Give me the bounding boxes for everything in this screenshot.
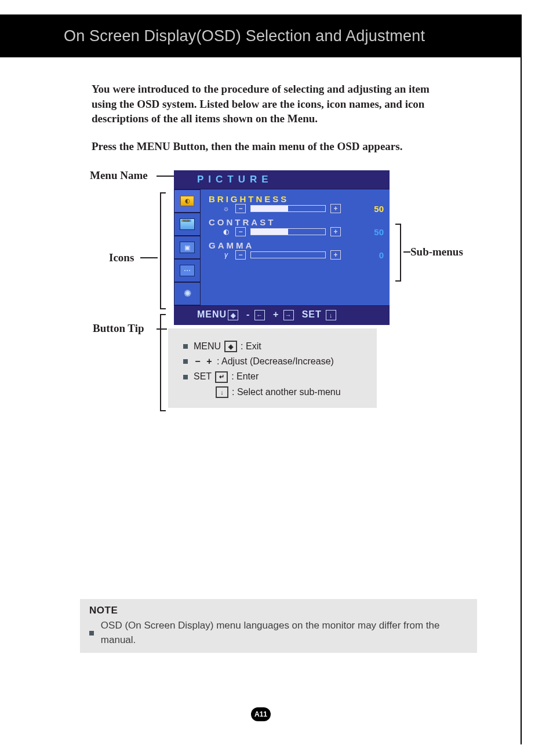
- note-box: NOTE OSD (On Screen Display) menu langua…: [80, 599, 477, 653]
- callout-icons: Icons: [109, 251, 134, 264]
- osd-icon-screen[interactable]: [174, 236, 201, 259]
- tip-adjust-desc: : Adjust (Decrease/Increase): [217, 354, 334, 369]
- minus-icon: −: [235, 204, 246, 213]
- bullet-icon: [183, 375, 188, 379]
- monitor-icon: [180, 242, 195, 253]
- callout-button-tip: Button Tip: [93, 322, 144, 335]
- callout-menu-name: Menu Name: [90, 169, 148, 182]
- nav-diamond-icon: ◈: [228, 310, 238, 320]
- sun-icon: [180, 196, 194, 206]
- plus-icon: +: [205, 354, 213, 369]
- button-tip-box: MENU ◈ : Exit − + : Adjust (Decrease/Inc…: [168, 328, 377, 408]
- gamma-icon: γ: [221, 251, 231, 259]
- page-footer: A11: [0, 707, 522, 721]
- leader-line: [157, 176, 174, 177]
- osd-button-bar: MENU◈ - ← + → SET ↓: [174, 306, 390, 326]
- intro-p2: Press the MENU Button, then the main men…: [92, 139, 451, 154]
- submenu-gamma[interactable]: GAMMA γ − + 0: [209, 240, 384, 260]
- brightness-icon: ☼: [221, 204, 231, 213]
- tip-menu-desc: : Exit: [241, 339, 261, 354]
- submenu-label: BRIGHTNESS: [209, 194, 384, 204]
- osd-icon-picture[interactable]: [174, 189, 201, 213]
- intro-p1: You were introduced to the procedure of …: [92, 82, 451, 126]
- osd-icon-column: [174, 189, 201, 305]
- rgb-icon: [180, 218, 195, 230]
- intro-block: You were introduced to the procedure of …: [92, 82, 451, 154]
- tip-row: SET ↵ : Enter: [183, 369, 369, 384]
- gear-icon: [181, 287, 194, 300]
- plus-icon: +: [330, 227, 341, 236]
- footer-set-label: SET ↓: [302, 309, 337, 320]
- minus-icon: −: [235, 250, 246, 260]
- submenu-contrast[interactable]: CONTRAST ◐ − + 50: [209, 217, 384, 237]
- submenu-label: GAMMA: [209, 240, 384, 250]
- nav-diamond-icon: ◈: [224, 341, 237, 352]
- bracket-buttontip: [160, 314, 166, 411]
- minus-icon: −: [194, 354, 202, 369]
- slider-bar[interactable]: [250, 251, 326, 258]
- tip-down-desc: : Select another sub-menu: [232, 385, 341, 400]
- osd-icon-color[interactable]: [174, 213, 201, 236]
- page-title: On Screen Display(OSD) Selection and Adj…: [64, 27, 425, 45]
- tip-row: MENU ◈ : Exit: [183, 339, 369, 354]
- bullet-icon: [183, 359, 188, 364]
- bullet-icon: [183, 344, 188, 349]
- note-body: OSD (On Screen Display) menu languages o…: [101, 619, 470, 647]
- leader-line: [140, 257, 158, 258]
- slider-bar[interactable]: [250, 228, 326, 235]
- osd-menu-title: PICTURE: [174, 170, 390, 189]
- leader-line: [403, 251, 410, 253]
- settings-icon: [180, 265, 195, 276]
- corner-tick: [497, 14, 499, 27]
- tip-row: ↓ : Select another sub-menu: [183, 385, 369, 400]
- footer-menu-label: MENU◈: [197, 309, 238, 321]
- slider-bar[interactable]: [250, 205, 326, 212]
- osd-diagram: Menu Name Icons Sub-menus Button Tip PIC…: [0, 170, 521, 425]
- osd-submenu-pane: BRIGHTNESS ☼ − + 50 CONTRAST ◐: [201, 189, 390, 305]
- plus-icon: +: [330, 204, 341, 213]
- submenu-value: 50: [364, 204, 384, 214]
- page-number: A11: [251, 707, 271, 721]
- enter-icon: ↵: [215, 371, 228, 383]
- submenu-value: 50: [364, 227, 384, 237]
- arrow-down-icon: ↓: [216, 386, 228, 398]
- note-title: NOTE: [89, 604, 470, 618]
- arrow-left-icon: ←: [254, 310, 265, 320]
- submenu-brightness[interactable]: BRIGHTNESS ☼ − + 50: [209, 194, 384, 214]
- callout-submenus: Sub-menus: [410, 246, 463, 258]
- submenu-value: 0: [364, 250, 384, 260]
- footer-plus: + →: [273, 309, 294, 320]
- plus-icon: +: [330, 250, 341, 260]
- minus-icon: −: [235, 227, 246, 236]
- footer-minus: - ←: [246, 309, 265, 320]
- submenu-label: CONTRAST: [209, 217, 384, 227]
- contrast-icon: ◐: [221, 228, 231, 236]
- osd-window: PICTURE BRIGHTNESS ☼ −: [174, 170, 390, 326]
- bracket-submenus: [395, 224, 401, 282]
- arrow-down-icon: ↓: [326, 310, 336, 320]
- bracket-icons: [160, 192, 166, 309]
- osd-icon-setup[interactable]: [174, 282, 201, 305]
- arrow-right-icon: →: [283, 310, 294, 320]
- bullet-icon: [89, 631, 94, 636]
- tip-set-desc: : Enter: [231, 369, 259, 384]
- tip-row: − + : Adjust (Decrease/Increase): [183, 354, 369, 369]
- osd-icon-misc[interactable]: [174, 259, 201, 282]
- tip-set-label: SET: [194, 369, 212, 384]
- tip-menu-label: MENU: [194, 339, 221, 354]
- page-header: On Screen Display(OSD) Selection and Adj…: [0, 14, 521, 57]
